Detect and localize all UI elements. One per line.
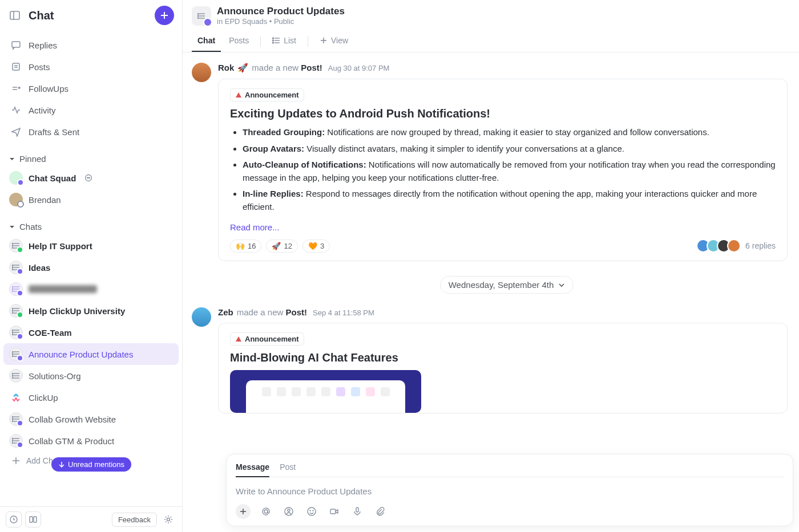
composer: Message Post Write to Announce Product U… <box>226 454 793 526</box>
emoji-icon[interactable] <box>304 504 319 519</box>
attach-plus-icon[interactable] <box>236 504 251 519</box>
pinned-list: Chat Squad Brendan <box>0 167 182 214</box>
composer-input[interactable]: Write to Announce Product Updates <box>236 483 784 504</box>
composer-toolbar <box>236 504 784 519</box>
unread-mentions-pill[interactable]: Unread mentions <box>51 457 131 472</box>
svg-point-27 <box>12 286 13 287</box>
svg-point-23 <box>12 269 13 270</box>
post-card[interactable]: Announcement Mind-Blowing AI Chat Featur… <box>218 323 788 413</box>
mention-icon[interactable] <box>259 504 273 519</box>
new-chat-button[interactable] <box>155 6 174 25</box>
view-list[interactable]: List <box>267 31 302 52</box>
plus-icon <box>11 456 21 465</box>
nav-label: Drafts & Sent <box>29 127 79 137</box>
chat-label <box>29 285 97 293</box>
pinned-chat-squad[interactable]: Chat Squad <box>3 167 179 189</box>
chat-clickup[interactable]: ClickUp <box>3 387 179 408</box>
svg-point-76 <box>197 15 199 17</box>
author-name[interactable]: Zeb <box>218 307 233 317</box>
video-icon[interactable] <box>327 504 342 519</box>
main-panel: Announce Product Updates in EPD Squads •… <box>183 0 799 532</box>
list-icon <box>9 434 23 448</box>
unread-label: Unread mentions <box>68 460 124 469</box>
pinned-brendan[interactable]: Brendan <box>3 189 179 210</box>
list-icon <box>9 304 23 318</box>
nav-drafts[interactable]: Drafts & Sent <box>5 121 177 143</box>
tab-posts[interactable]: Posts <box>223 31 255 52</box>
chat-ideas[interactable]: Ideas <box>3 257 179 278</box>
svg-point-71 <box>167 518 170 521</box>
divider <box>260 36 261 47</box>
chat-label: Help ClickUp University <box>29 306 125 316</box>
megaphone-icon <box>235 336 242 343</box>
nav-label: FollowUps <box>29 84 68 94</box>
svg-point-16 <box>12 245 13 246</box>
svg-point-47 <box>12 356 13 357</box>
author-name[interactable]: Rok <box>218 63 234 72</box>
message-post-2: Zeb made a new Post! Sep 4 at 11:58 PM A… <box>215 297 799 413</box>
svg-point-81 <box>273 38 274 39</box>
author-avatar[interactable] <box>192 307 211 327</box>
date-chip[interactable]: Wednesday, September 4th <box>440 276 574 294</box>
mention-person-icon[interactable] <box>281 504 296 519</box>
svg-point-88 <box>264 510 268 513</box>
svg-point-28 <box>12 289 13 290</box>
chat-redacted[interactable] <box>3 278 179 300</box>
svg-point-59 <box>12 421 13 422</box>
svg-point-91 <box>308 507 316 515</box>
replies-link[interactable]: 6 replies <box>700 239 776 253</box>
composer-tab-post[interactable]: Post <box>280 460 296 477</box>
divider <box>308 36 308 47</box>
panel-toggle-icon[interactable] <box>7 7 23 23</box>
svg-point-83 <box>273 42 274 43</box>
tab-chat[interactable]: Chat <box>192 31 221 52</box>
post-bullets: Threaded Grouping: Notifications are now… <box>230 126 776 213</box>
svg-rect-69 <box>30 517 33 522</box>
section-label: Chats <box>19 222 42 232</box>
chat-help-clickup-u[interactable]: Help ClickUp University <box>3 300 179 322</box>
channel-title: Announce Product Updates <box>217 6 345 17</box>
svg-point-22 <box>12 267 13 268</box>
reaction-rocket[interactable]: 🚀12 <box>266 239 297 253</box>
chat-coe-team[interactable]: COE-Team <box>3 322 179 343</box>
chat-label: Help IT Support <box>29 241 92 251</box>
feedback-button[interactable]: Feedback <box>112 513 157 527</box>
nav-activity[interactable]: Activity <box>5 99 177 121</box>
author-avatar[interactable] <box>192 63 211 82</box>
section-label: Pinned <box>19 154 46 164</box>
composer-tab-message[interactable]: Message <box>236 460 269 477</box>
sidebar-title: Chat <box>29 9 149 22</box>
attach-file-icon[interactable] <box>373 504 388 519</box>
pinned-section-header[interactable]: Pinned <box>0 146 182 167</box>
mic-icon[interactable] <box>350 504 365 519</box>
nav-followups[interactable]: FollowUps <box>5 78 177 99</box>
chat-solutions-org[interactable]: Solutions-Org <box>3 365 179 387</box>
chat-help-it[interactable]: Help IT Support <box>3 235 179 257</box>
svg-point-90 <box>288 509 290 511</box>
layout-icon[interactable] <box>25 511 41 527</box>
reaction-heart[interactable]: 🧡3 <box>302 239 330 253</box>
read-more-link[interactable]: Read more... <box>230 222 280 232</box>
chat-bubble-icon <box>84 173 93 182</box>
nav-posts[interactable]: Posts <box>5 56 177 78</box>
chat-collab-gtm[interactable]: Collab GTM & Product <box>3 430 179 452</box>
chats-section-header[interactable]: Chats <box>0 214 182 235</box>
chat-label: Chat Squad <box>29 173 76 183</box>
chat-collab-growth[interactable]: Collab Growth Website <box>3 408 179 430</box>
svg-point-39 <box>12 330 13 331</box>
caret-down-icon <box>9 224 15 230</box>
space-link[interactable]: EPD Squads <box>225 17 267 26</box>
svg-point-82 <box>273 40 274 41</box>
post-card[interactable]: Announcement Exciting Updates to Android… <box>218 79 788 261</box>
gear-icon[interactable] <box>160 511 176 527</box>
drafts-icon <box>10 126 22 137</box>
clickup-logo-icon <box>9 391 23 404</box>
svg-point-15 <box>12 243 13 244</box>
reaction-raised-hands[interactable]: 🙌16 <box>230 239 261 253</box>
message-post-1: Rok 🚀 made a new Post! Aug 30 at 9:07 PM… <box>215 52 799 261</box>
nav-replies[interactable]: Replies <box>5 34 177 56</box>
chat-announce-product-updates[interactable]: Announce Product Updates <box>3 343 179 365</box>
svg-point-53 <box>12 377 13 379</box>
clock-icon[interactable] <box>6 511 22 527</box>
add-view[interactable]: View <box>314 31 354 52</box>
